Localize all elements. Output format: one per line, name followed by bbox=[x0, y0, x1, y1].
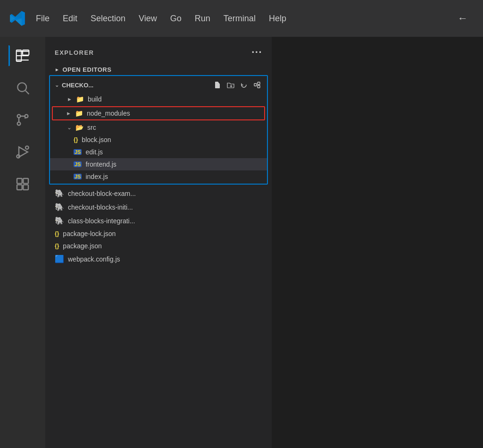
vscode-logo bbox=[6, 0, 29, 37]
activity-extensions[interactable] bbox=[8, 170, 37, 198]
activity-explorer[interactable] bbox=[8, 42, 37, 70]
project-folder-section: ⌄ CHECKO... bbox=[49, 75, 268, 185]
tree-item-edit-js[interactable]: JS edit.js bbox=[50, 146, 267, 158]
tree-item-src[interactable]: ⌄ 📂 src bbox=[50, 121, 267, 134]
class-blocks-integrati-name: class-blocks-integrati... bbox=[68, 217, 135, 225]
svg-rect-1 bbox=[23, 50, 29, 55]
svg-rect-18 bbox=[254, 84, 257, 86]
svg-rect-20 bbox=[258, 85, 260, 88]
svg-line-3 bbox=[25, 91, 29, 94]
tree-item-frontend-js[interactable]: JS frontend.js bbox=[50, 158, 267, 170]
svg-point-5 bbox=[17, 122, 21, 126]
sidebar-header: EXPLORER ··· bbox=[45, 37, 272, 62]
block-json-name: block.json bbox=[82, 136, 111, 144]
menu-help[interactable]: Help bbox=[262, 0, 293, 37]
svg-point-2 bbox=[17, 83, 26, 92]
sidebar: EXPLORER ··· ► OPEN EDITORS ⌄ CHECKO... bbox=[45, 37, 272, 448]
tree-item-package-json[interactable]: {} package.json bbox=[45, 240, 272, 252]
collapse-all-icon[interactable] bbox=[252, 80, 262, 90]
tree-item-checkout-block-exam[interactable]: 🐘 checkout-block-exam... bbox=[45, 186, 272, 200]
activity-source-control[interactable] bbox=[8, 106, 37, 134]
main-area: EXPLORER ··· ► OPEN EDITORS ⌄ CHECKO... bbox=[0, 37, 483, 448]
checkout-blocks-initi-name: checkout-blocks-initi... bbox=[68, 203, 133, 211]
build-chevron: ► bbox=[67, 96, 72, 102]
frontend-js-name: frontend.js bbox=[85, 161, 116, 168]
svg-rect-15 bbox=[217, 86, 219, 87]
svg-rect-19 bbox=[258, 82, 260, 85]
folder-chevron-down: ⌄ bbox=[55, 82, 59, 88]
tree-item-class-blocks-integrati[interactable]: 🐘 class-blocks-integrati... bbox=[45, 214, 272, 228]
package-lock-json-icon: {} bbox=[55, 230, 59, 237]
block-json-icon: {} bbox=[74, 136, 78, 143]
svg-point-4 bbox=[17, 115, 21, 118]
tree-item-webpack-config[interactable]: 🟦 webpack.config.js bbox=[45, 252, 272, 266]
new-file-icon[interactable] bbox=[212, 80, 223, 90]
menu-edit[interactable]: Edit bbox=[56, 0, 84, 37]
title-bar: File Edit Selection View Go Run Terminal… bbox=[0, 0, 483, 37]
activity-search[interactable] bbox=[8, 74, 37, 102]
node-modules-chevron: ► bbox=[66, 110, 71, 116]
edit-js-icon: JS bbox=[74, 149, 82, 155]
activity-bar bbox=[0, 37, 45, 448]
checkout-block-exam-name: checkout-block-exam... bbox=[68, 190, 136, 197]
folder-icon-node-modules: 📁 bbox=[75, 110, 83, 117]
node-modules-folder-name: node_modules bbox=[87, 110, 130, 117]
explorer-title: EXPLORER bbox=[55, 49, 94, 56]
webpack-config-name: webpack.config.js bbox=[68, 255, 120, 263]
index-js-icon: JS bbox=[74, 174, 82, 179]
open-editors-section[interactable]: ► OPEN EDITORS bbox=[45, 62, 272, 75]
woo-icon-2: 🐘 bbox=[55, 203, 64, 211]
src-chevron: ⌄ bbox=[67, 124, 72, 131]
folder-icon: 📁 bbox=[76, 95, 84, 103]
svg-rect-12 bbox=[17, 185, 22, 190]
menu-go[interactable]: Go bbox=[164, 0, 188, 37]
tree-item-index-js[interactable]: JS index.js bbox=[50, 170, 267, 183]
tree-item-build[interactable]: ► 📁 build bbox=[50, 93, 267, 105]
folder-action-icons bbox=[212, 80, 262, 90]
frontend-js-icon: JS bbox=[74, 161, 82, 167]
svg-rect-13 bbox=[23, 185, 28, 190]
back-button[interactable]: ← bbox=[448, 12, 477, 25]
tree-item-package-lock-json[interactable]: {} package-lock.json bbox=[45, 228, 272, 240]
menu-selection[interactable]: Selection bbox=[84, 0, 132, 37]
sidebar-more-button[interactable]: ··· bbox=[251, 46, 262, 59]
new-folder-icon[interactable] bbox=[225, 80, 236, 90]
svg-point-8 bbox=[17, 155, 20, 158]
src-folder-name: src bbox=[87, 124, 96, 131]
svg-point-9 bbox=[25, 146, 29, 149]
activity-run-debug[interactable] bbox=[8, 138, 37, 166]
tree-item-checkout-blocks-initi[interactable]: 🐘 checkout-blocks-initi... bbox=[45, 200, 272, 214]
open-editors-label: OPEN EDITORS bbox=[62, 66, 111, 73]
build-folder-name: build bbox=[88, 95, 102, 103]
package-lock-json-name: package-lock.json bbox=[63, 230, 116, 237]
project-folder-name: CHECKO... bbox=[62, 82, 93, 89]
edit-js-name: edit.js bbox=[85, 148, 103, 156]
node-modules-highlight-box: ► 📁 node_modules bbox=[52, 106, 265, 120]
index-js-name: index.js bbox=[85, 173, 108, 180]
menu-view[interactable]: View bbox=[132, 0, 164, 37]
woo-icon-1: 🐘 bbox=[55, 189, 64, 198]
svg-rect-10 bbox=[17, 178, 22, 184]
editor-area bbox=[272, 37, 483, 448]
menu-run[interactable]: Run bbox=[188, 0, 217, 37]
menu-terminal[interactable]: Terminal bbox=[217, 0, 262, 37]
tree-item-block-json[interactable]: {} block.json bbox=[50, 134, 267, 146]
folder-icon-src: 📂 bbox=[75, 124, 83, 131]
webpack-icon: 🟦 bbox=[55, 254, 64, 263]
refresh-icon[interactable] bbox=[239, 80, 249, 90]
menu-file[interactable]: File bbox=[29, 0, 56, 37]
menu-bar: File Edit Selection View Go Run Terminal… bbox=[29, 0, 293, 37]
package-json-icon: {} bbox=[55, 243, 59, 249]
package-json-name: package.json bbox=[63, 242, 102, 250]
svg-rect-11 bbox=[23, 178, 28, 184]
tree-item-node-modules[interactable]: ► 📁 node_modules bbox=[53, 107, 264, 119]
project-folder-header[interactable]: ⌄ CHECKO... bbox=[50, 77, 267, 93]
open-editors-chevron: ► bbox=[55, 67, 59, 72]
woo-icon-3: 🐘 bbox=[55, 216, 64, 225]
